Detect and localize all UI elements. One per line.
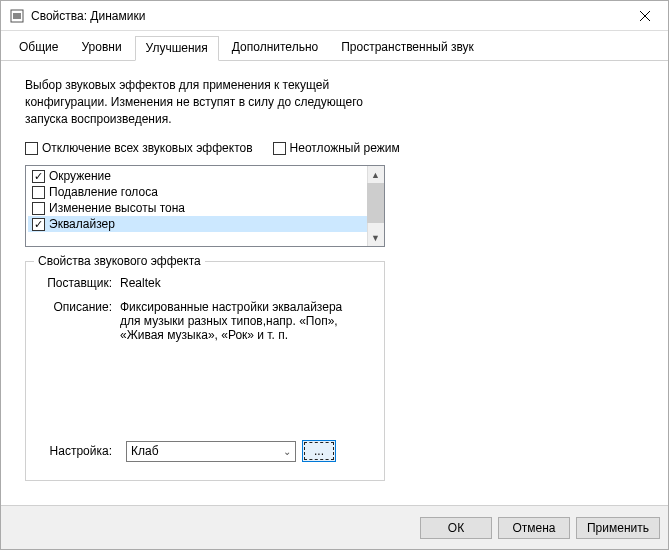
checkbox-icon[interactable] [32,202,45,215]
effect-label: Подавление голоса [49,185,158,199]
svg-rect-1 [13,13,21,19]
immediate-mode-checkbox[interactable]: Неотложный режим [273,141,400,155]
checkbox-icon[interactable] [32,170,45,183]
ok-button[interactable]: ОК [420,517,492,539]
scroll-up-icon[interactable]: ▲ [367,166,384,183]
effect-label: Окружение [49,169,111,183]
immediate-label: Неотложный режим [290,141,400,155]
scrollbar[interactable]: ▲ ▼ [367,166,384,246]
list-item[interactable]: Изменение высоты тона [28,200,382,216]
description-text: Выбор звуковых эффектов для применения к… [25,77,405,127]
app-icon [9,8,25,24]
tab-advanced[interactable]: Дополнительно [222,36,328,61]
checkbox-icon [273,142,286,155]
tab-enhancements[interactable]: Улучшения [135,36,219,61]
list-item[interactable]: Эквалайзер [28,216,382,232]
dialog-footer: ОК Отмена Применить [1,505,668,549]
effect-properties-group: Свойства звукового эффекта Поставщик: Re… [25,261,385,481]
description-label: Описание: [40,300,120,342]
titlebar: Свойства: Динамики [1,1,668,31]
group-legend: Свойства звукового эффекта [34,254,205,268]
effect-label: Эквалайзер [49,217,115,231]
checkbox-icon[interactable] [32,186,45,199]
vendor-value: Realtek [120,276,370,290]
checkbox-icon[interactable] [32,218,45,231]
apply-button[interactable]: Применить [576,517,660,539]
tab-general[interactable]: Общие [9,36,68,61]
setting-value: Клаб [131,444,159,458]
scroll-down-icon[interactable]: ▼ [367,229,384,246]
disable-all-effects-checkbox[interactable]: Отключение всех звуковых эффектов [25,141,253,155]
tab-spatial[interactable]: Пространственный звук [331,36,484,61]
description-value: Фиксированные настройки эквалайзера для … [120,300,350,342]
effect-label: Изменение высоты тона [49,201,185,215]
chevron-down-icon: ⌄ [283,446,291,457]
tab-strip: Общие Уровни Улучшения Дополнительно Про… [1,31,668,61]
disable-all-label: Отключение всех звуковых эффектов [42,141,253,155]
more-settings-button[interactable]: ... [302,440,336,462]
setting-label: Настройка: [40,444,120,458]
checkbox-icon [25,142,38,155]
list-item[interactable]: Подавление голоса [28,184,382,200]
cancel-button[interactable]: Отмена [498,517,570,539]
list-item[interactable]: Окружение [28,168,382,184]
scroll-thumb[interactable] [367,183,384,223]
vendor-label: Поставщик: [40,276,120,290]
tab-levels[interactable]: Уровни [71,36,131,61]
window-title: Свойства: Динамики [31,9,622,23]
setting-select[interactable]: Клаб ⌄ [126,441,296,462]
tab-content: Выбор звуковых эффектов для применения к… [1,61,668,505]
effects-listbox[interactable]: Окружение Подавление голоса Изменение вы… [25,165,385,247]
close-button[interactable] [622,1,668,31]
